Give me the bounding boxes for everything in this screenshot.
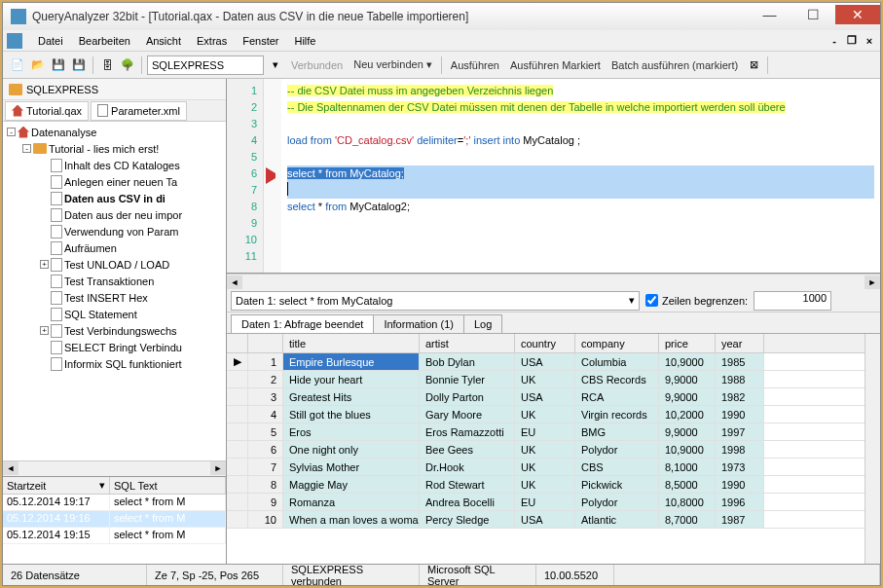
toolbar: 📄 📂 💾 💾 🗄 🌳 SQLEXPRESS ▾ Verbunden Neu v… [3,52,880,79]
table-row[interactable]: 5ErosEros RamazzottiEUBMG9,90001997 [227,423,865,441]
tree-item[interactable]: Inhalt des CD Kataloges [5,157,224,173]
filetab-parameter[interactable]: Parameter.xml [91,101,187,121]
table-row[interactable]: ▶1Empire BurlesqueBob DylanUSAColumbia10… [227,353,865,371]
editor-hscroll[interactable]: ◄► [227,274,880,289]
table-row[interactable]: 4Still got the bluesGary MooreUKVirgin r… [227,406,865,423]
open-button[interactable]: 📂 [29,56,47,74]
table-row[interactable]: 3Greatest HitsDolly PartonUSARCA9,900019… [227,388,865,406]
menu-datei[interactable]: Datei [30,35,71,47]
reconnect-link[interactable]: Neu verbinden ▾ [350,58,436,71]
col-artist[interactable]: artist [420,334,515,352]
tree-item[interactable]: SELECT Bringt Verbindu [5,339,224,355]
doc-icon [51,308,62,321]
history-row[interactable]: 05.12.2014 19:16select * from M [3,511,226,528]
limit-checkbox[interactable]: Zeilen begrenzen: [645,294,748,307]
doc-icon [51,275,62,288]
menu-ansicht[interactable]: Ansicht [138,35,189,47]
connection-header[interactable]: SQLEXPRESS [3,79,226,100]
minimize-button[interactable]: — [748,5,791,24]
result-tabs: Daten 1: Abfrage beendet Information (1)… [227,312,880,334]
history-col-sql[interactable]: SQL Text [110,477,226,494]
tree-item[interactable]: Verwendung von Param [5,223,224,239]
limit-input[interactable]: 1000 [754,291,831,311]
menu-fenster[interactable]: Fenster [235,35,286,47]
col-title[interactable]: title [283,334,420,352]
tree-item[interactable]: Informix SQL funktioniert [5,355,224,372]
mdi-restore[interactable]: ❐ [845,34,859,48]
tree-item[interactable]: Daten aus der neu impor [5,206,224,223]
mdi-minimize[interactable]: - [828,34,841,48]
tree-icon[interactable]: 🌳 [119,56,136,74]
tree-expander[interactable]: - [22,144,31,153]
save-button[interactable]: 💾 [50,56,67,74]
tree-item[interactable]: Aufräumen [5,239,224,256]
tree-item[interactable]: Anlegen einer neuen Ta [5,173,224,190]
db-icon[interactable]: 🗄 [98,56,116,74]
menubar: Datei Bearbeiten Ansicht Extras Fenster … [3,30,880,52]
new-button[interactable]: 📄 [9,56,26,74]
menu-hilfe[interactable]: Hilfe [286,35,323,47]
execute-marked-link[interactable]: Ausführen Markiert [506,59,605,71]
col-price[interactable]: price [659,334,716,352]
tab-information[interactable]: Information (1) [373,314,464,334]
status-server: Microsoft SQL Server [420,565,536,585]
col-year[interactable]: year [716,334,764,352]
file-tabs: Tutorial.qax Parameter.xml [3,100,226,122]
table-row[interactable]: 10When a man loves a womanPercy SledgeUS… [227,511,865,529]
doc-icon [51,324,62,338]
tree-root[interactable]: Datenanalyse [31,127,96,138]
menu-extras[interactable]: Extras [189,35,235,47]
tree-item[interactable]: +Test UNLOAD / LOAD [5,256,224,273]
left-panel: SQLEXPRESS Tutorial.qax Parameter.xml -D… [3,79,227,564]
connection-combo[interactable]: SQLEXPRESS [147,55,264,75]
result-grid[interactable]: title artist country company price year … [227,333,880,564]
tree-expander[interactable]: + [40,326,49,335]
maximize-button[interactable]: ☐ [791,5,835,24]
tree-item[interactable]: Daten aus CSV in di [5,190,224,206]
table-row[interactable]: 7Sylvias MotherDr.HookUKCBS8,10001973 [227,459,865,476]
history-row[interactable]: 05.12.2014 19:17select * from M [3,495,226,511]
doc-icon [51,291,62,305]
tree-item[interactable]: Test Transaktionen [5,273,224,289]
history-panel: Startzeit▾ SQL Text 05.12.2014 19:17sele… [3,476,226,564]
tree-tutorial[interactable]: Tutorial - lies mich erst! [49,143,159,155]
statusbar: 26 Datensätze Ze 7, Sp -25, Pos 265 SQLE… [3,564,880,585]
tree-expander[interactable]: + [40,260,49,269]
tree-item[interactable]: SQL Statement [5,306,224,322]
batch-link[interactable]: Batch ausführen (markiert) [607,59,742,71]
execute-link[interactable]: Ausführen [447,59,503,71]
col-company[interactable]: company [575,334,659,352]
app-icon [11,9,26,24]
filetab-tutorial[interactable]: Tutorial.qax [5,101,89,121]
table-row[interactable]: 9RomanzaAndrea BocelliEUPolydor10,800019… [227,494,865,511]
table-row[interactable]: 8Maggie MayRod StewartUKPickwick8,500019… [227,476,865,494]
table-row[interactable]: 2Hide your heartBonnie TylerUKCBS Record… [227,371,865,388]
status-version: 10.00.5520 [536,565,614,585]
history-row[interactable]: 05.12.2014 19:15select * from M [3,528,226,544]
tree-expander[interactable]: - [7,128,16,136]
status-records: 26 Datensätze [3,565,147,585]
doc-icon [51,175,62,189]
history-col-start[interactable]: Startzeit▾ [3,477,110,494]
folder-icon [9,84,22,95]
menu-bearbeiten[interactable]: Bearbeiten [71,35,138,47]
saveall-button[interactable]: 💾 [70,56,88,74]
titlebar[interactable]: QueryAnalyzer 32bit - [Tutorial.qax - Da… [3,3,880,30]
connected-label: Verbunden [287,59,347,71]
tree-item[interactable]: +Test Verbindungswechs [5,322,224,339]
grid-vscroll[interactable] [865,334,880,564]
table-row[interactable]: 6One night onlyBee GeesUKPolydor10,90001… [227,441,865,459]
server-label: SQLEXPRESS [26,84,98,95]
col-country[interactable]: country [515,334,575,352]
sql-editor[interactable]: 1234567891011 -- die CSV Datei muss im a… [227,79,880,274]
tab-daten[interactable]: Daten 1: Abfrage beendet [231,314,374,334]
project-tree[interactable]: -Datenanalyse -Tutorial - lies mich erst… [3,122,226,460]
close-button[interactable]: ✕ [835,5,880,24]
result-combo[interactable]: Daten 1: select * from MyCatalog▾ [231,291,640,311]
tab-log[interactable]: Log [463,314,502,334]
mdi-close[interactable]: × [863,34,876,48]
doc-icon [51,357,62,371]
tree-item[interactable]: Test INSERT Hex [5,289,224,306]
home-icon [12,105,23,117]
stop-button[interactable]: ⊠ [745,56,762,74]
